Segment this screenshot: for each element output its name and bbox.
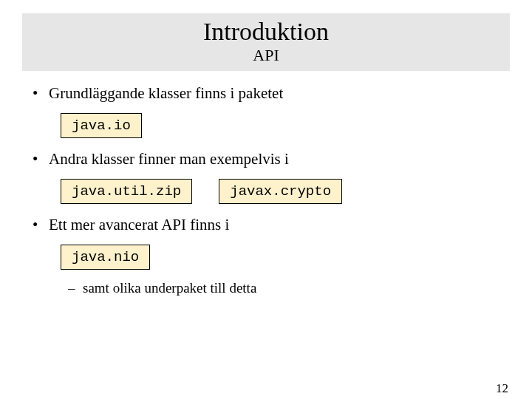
sub-bullet-text: samt olika underpaket till detta	[83, 280, 256, 296]
bullet-text: Ett mer avancerat API finns i	[49, 216, 229, 233]
page-number: 12	[496, 381, 508, 396]
code-box: javax.crypto	[219, 179, 342, 204]
code-row: java.io	[61, 113, 510, 138]
bullet-item: Andra klasser finner man exempelvis i ja…	[33, 150, 510, 204]
sub-bullet-item: samt olika underpaket till detta	[68, 280, 510, 296]
slide: Introduktion API Grundläggande klasser f…	[0, 13, 532, 399]
bullet-text: Grundläggande klasser finns i paketet	[49, 84, 283, 102]
code-box: java.io	[61, 113, 142, 138]
code-row: java.util.zip javax.crypto	[61, 179, 510, 204]
bullet-text: Andra klasser finner man exempelvis i	[49, 150, 289, 168]
bullet-item: Ett mer avancerat API finns i java.nio s…	[33, 216, 510, 296]
title-band: Introduktion API	[22, 13, 510, 71]
code-box: java.nio	[61, 245, 150, 270]
slide-title: Introduktion	[22, 18, 510, 45]
code-box: java.util.zip	[61, 179, 192, 204]
slide-subtitle: API	[22, 47, 510, 64]
code-row: java.nio	[61, 245, 510, 270]
slide-content: Grundläggande klasser finns i paketet ja…	[22, 84, 510, 296]
bullet-item: Grundläggande klasser finns i paketet ja…	[33, 84, 510, 138]
